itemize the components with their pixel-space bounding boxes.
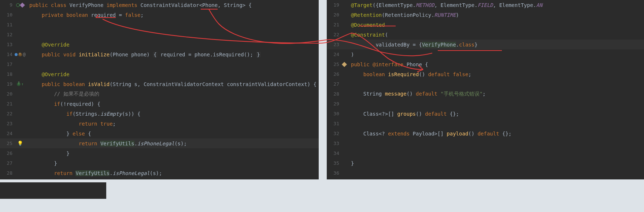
code-line[interactable]: 26 } (0, 148, 319, 158)
line-number: 19 (327, 2, 339, 8)
code-text[interactable]: public boolean isValid(String s, Constra… (28, 81, 317, 87)
override-icon[interactable] (18, 53, 22, 56)
code-line[interactable]: 27 (327, 79, 644, 89)
code-text[interactable]: public void initialize(Phone phone) { re… (28, 52, 261, 57)
code-line[interactable]: 12 (0, 30, 319, 40)
code-line[interactable]: 19@Target({ElementType.METHOD, ElementTy… (327, 0, 644, 10)
line-number: 23 (327, 42, 339, 47)
code-line[interactable]: 19↑ public boolean isValid(String s, Con… (0, 79, 319, 89)
line-number: 27 (0, 160, 12, 166)
line-number: 12 (0, 32, 12, 37)
code-line[interactable]: 29 (327, 99, 644, 109)
code-line[interactable]: 36 (327, 168, 644, 178)
left-editor-panel[interactable]: 9public class VerifyPhone implements Con… (0, 0, 319, 179)
code-text[interactable]: public @interface Phone { (349, 62, 428, 67)
line-number: 26 (0, 150, 12, 156)
code-text[interactable]: @Documented (349, 22, 385, 28)
breakpoint-icon[interactable] (15, 53, 18, 56)
code-text[interactable]: Class<? extends Payload>[] payload() def… (349, 131, 511, 137)
code-text[interactable]: // 如果不是必填的 (28, 91, 99, 97)
code-line[interactable]: 25public @interface Phone { (327, 59, 644, 69)
code-line[interactable]: 22 if(Strings.isEmpty(s)) { (0, 109, 319, 119)
code-text[interactable]: String message() default "手机号格式错误"; (349, 91, 486, 97)
code-line[interactable]: 28 return VerifyUtils.isPhoneLegal(s); (0, 168, 319, 178)
right-editor-panel[interactable]: 19@Target({ElementType.METHOD, ElementTy… (327, 0, 644, 179)
code-text[interactable]: ) (349, 52, 354, 57)
code-line[interactable]: 20 // 如果不是必填的 (0, 89, 319, 99)
gutter[interactable]: ↑ (12, 82, 28, 86)
code-line[interactable]: 24 } else { (0, 129, 319, 138)
code-text[interactable]: Class<?>[] groups() default {}; (349, 111, 459, 117)
code-line[interactable]: 33 (327, 138, 644, 148)
line-number: 10 (0, 12, 12, 18)
at-icon: @ (23, 52, 25, 57)
line-number: 13 (0, 42, 12, 47)
gutter[interactable]: @ (12, 52, 28, 57)
code-line[interactable]: 30 Class<?>[] groups() default {}; (327, 109, 644, 119)
code-line[interactable]: 34 (327, 148, 644, 158)
code-line[interactable]: 32 Class<? extends Payload>[] payload() … (327, 129, 644, 138)
line-number: 22 (0, 111, 12, 116)
code-text[interactable]: if(Strings.isEmpty(s)) { (28, 111, 140, 117)
code-text[interactable]: @Override (28, 71, 70, 77)
code-text[interactable]: public class VerifyPhone implements Cons… (28, 2, 252, 8)
code-text[interactable]: return VerifyUtils.isPhoneLegal(s); (28, 141, 187, 146)
code-text[interactable]: validatedBy = {VerifyPhone.class} (349, 42, 478, 48)
gutter[interactable] (339, 63, 349, 66)
code-text[interactable]: } (28, 150, 70, 156)
code-line[interactable]: 9public class VerifyPhone implements Con… (0, 0, 319, 10)
code-line[interactable]: 21 if(!required) { (0, 99, 319, 109)
line-number: 14 (0, 52, 12, 57)
code-line[interactable]: 23 return true; (0, 119, 319, 129)
code-text[interactable]: private boolean required = false; (28, 12, 144, 18)
code-line[interactable]: 25💡 return VerifyUtils.isPhoneLegal(s); (0, 138, 319, 148)
code-line[interactable]: 14@ public void initialize(Phone phone) … (0, 49, 319, 59)
code-line[interactable]: 35} (327, 158, 644, 168)
line-number: 17 (0, 62, 12, 67)
line-number: 29 (327, 101, 339, 107)
line-number: 28 (0, 170, 12, 176)
line-number: 31 (327, 121, 339, 126)
code-text[interactable]: @Retention(RetentionPolicy.RUNTIME) (349, 12, 459, 18)
code-line[interactable]: 13 @Override (0, 40, 319, 49)
code-line[interactable]: 18 @Override (0, 69, 319, 79)
code-line[interactable]: 29 } (0, 178, 319, 179)
code-text[interactable]: return true; (28, 121, 116, 127)
code-line[interactable]: 20@Retention(RetentionPolicy.RUNTIME) (327, 10, 644, 20)
code-text[interactable]: @Constraint( (349, 32, 388, 38)
code-text[interactable]: boolean isRequired() default false; (349, 71, 471, 77)
line-number: 23 (0, 121, 12, 126)
line-number: 18 (0, 71, 12, 77)
bulb-icon[interactable]: 💡 (17, 141, 23, 146)
code-line[interactable]: 31 (327, 119, 644, 129)
line-number: 24 (327, 52, 339, 57)
line-number: 28 (327, 91, 339, 97)
code-text[interactable]: } (349, 160, 354, 166)
code-line[interactable]: 27 } (0, 158, 319, 168)
line-number: 20 (327, 12, 339, 18)
code-line[interactable]: 17 (0, 59, 319, 69)
interface-icon (342, 62, 347, 67)
line-number: 32 (327, 131, 339, 136)
line-number: 11 (0, 22, 12, 27)
code-line[interactable]: 26 boolean isRequired() default false; (327, 69, 644, 79)
code-text[interactable]: @Override (28, 42, 70, 48)
code-line[interactable]: 23 validatedBy = {VerifyPhone.class} (327, 40, 644, 49)
code-line[interactable]: 28 String message() default "手机号格式错误"; (327, 89, 644, 99)
code-text[interactable]: return VerifyUtils.isPhoneLegal(s); (28, 170, 162, 176)
code-line[interactable]: 21@Documented (327, 20, 644, 30)
code-line[interactable]: 22@Constraint( (327, 30, 644, 40)
gutter[interactable]: 💡 (12, 141, 28, 146)
code-line[interactable]: 24) (327, 49, 644, 59)
code-text[interactable]: if(!required) { (28, 101, 100, 107)
implements-method-icon[interactable] (17, 82, 21, 86)
code-text[interactable]: @Target({ElementType.METHOD, ElementType… (349, 2, 543, 8)
code-line[interactable]: 11 (0, 20, 319, 30)
code-text[interactable]: } (28, 160, 57, 166)
gutter[interactable] (12, 3, 28, 7)
up-arrow-icon[interactable]: ↑ (21, 82, 23, 86)
code-line[interactable]: 10 private boolean required = false; (0, 10, 319, 20)
line-number: 25 (327, 62, 339, 67)
code-text[interactable]: } else { (28, 131, 91, 137)
line-number: 19 (0, 81, 12, 87)
